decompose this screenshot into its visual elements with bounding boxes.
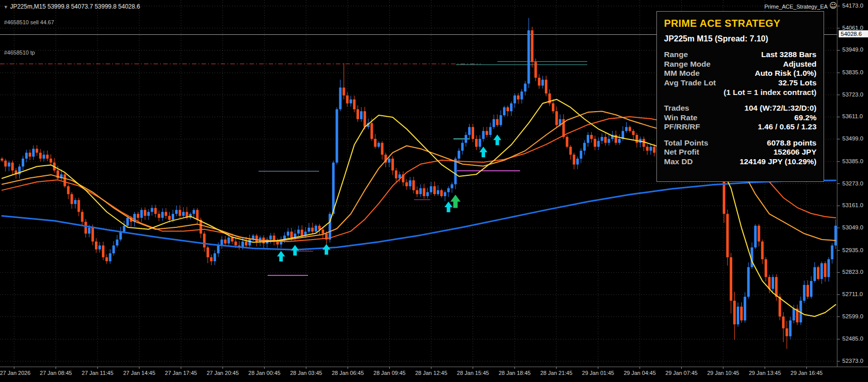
candle-body xyxy=(601,137,603,141)
candle-body xyxy=(779,297,781,316)
time-axis-label: 29 Jan 07:45 xyxy=(666,370,698,376)
stat-label: Trades xyxy=(664,104,689,113)
candle-body xyxy=(144,210,146,216)
candle-body xyxy=(468,127,471,135)
candle-body xyxy=(405,182,408,186)
candle-body xyxy=(437,190,439,194)
candle-body xyxy=(607,139,610,143)
stat-row: Max DD 124149 JPY (10.29%) xyxy=(664,157,816,167)
time-axis-label: 29 Jan 16:45 xyxy=(791,370,823,376)
candle-body xyxy=(192,210,195,214)
price-axis-label: 52823.0 xyxy=(842,269,863,275)
candle-body xyxy=(172,214,174,220)
candle-body xyxy=(322,229,324,233)
candle-body xyxy=(604,137,606,143)
candle-body xyxy=(308,228,310,232)
candle-body xyxy=(196,210,198,220)
candle-body xyxy=(77,200,80,212)
chart-title: ▼JP225m,M15 53999.8 54073.7 53999.8 5402… xyxy=(4,3,140,10)
candle-body xyxy=(528,30,530,83)
chart-symbol: JP225m,M15 xyxy=(10,3,46,10)
candle-body xyxy=(207,248,209,258)
candle-body xyxy=(119,231,122,240)
time-axis[interactable]: 27 Jan 202627 Jan 08:4527 Jan 11:4527 Ja… xyxy=(0,367,868,382)
candle-body xyxy=(538,78,540,86)
candle-body xyxy=(646,147,648,151)
candle-body xyxy=(42,155,45,159)
candle-body xyxy=(154,208,157,214)
stat-value: 69.2% xyxy=(794,113,816,123)
candle-body xyxy=(32,149,35,157)
candle-body xyxy=(39,153,41,159)
candle-body xyxy=(733,301,736,324)
stat-row: Total Points 6078.8 points xyxy=(664,138,816,148)
candle-body xyxy=(587,135,589,143)
stat-row: Range Last 3288 Bars xyxy=(664,50,816,60)
candle-body xyxy=(828,259,830,277)
candle-body xyxy=(576,159,579,165)
candle-body xyxy=(440,190,443,196)
candle-body xyxy=(84,222,87,233)
candle-body xyxy=(479,139,481,147)
time-axis-label: 27 Jan 14:45 xyxy=(123,370,156,376)
candle-body xyxy=(810,281,812,297)
candle-body xyxy=(744,297,746,320)
time-axis-label: 29 Jan 10:45 xyxy=(707,370,739,376)
candle-body xyxy=(332,163,335,214)
candle-body xyxy=(761,242,763,259)
price-axis-label: 52935.0 xyxy=(842,247,863,253)
candle-body xyxy=(831,246,833,259)
candle-body xyxy=(224,240,227,244)
candle-body xyxy=(217,246,220,254)
current-price-tag: 54028.6 xyxy=(839,30,868,37)
candle-body xyxy=(339,87,342,109)
stat-label: Net Profit xyxy=(664,148,699,157)
strong-buy-arrow-icon xyxy=(450,195,461,208)
candle-body xyxy=(629,127,631,131)
candle-body xyxy=(426,192,429,196)
chart-ohlc: 53999.8 54073.7 53999.8 54028.6 xyxy=(47,3,140,10)
candle-body xyxy=(590,135,593,139)
candle-body xyxy=(81,212,83,222)
candle-body xyxy=(67,186,70,195)
buy-arrow-icon xyxy=(322,244,330,255)
candle-body xyxy=(409,180,412,186)
stat-value: 6078.8 points xyxy=(767,138,816,148)
candle-body xyxy=(46,155,48,159)
stat-row: Win Rate 69.2% xyxy=(664,113,816,123)
candle-body xyxy=(768,277,771,289)
time-axis-label: 27 Jan 08:45 xyxy=(40,370,72,376)
candle-body xyxy=(444,192,446,196)
candle-body xyxy=(290,231,293,237)
ea-active-smiley-icon[interactable]: ☺ xyxy=(829,2,837,10)
buy-arrow-icon xyxy=(444,202,452,212)
time-axis-label: 29 Jan 01:45 xyxy=(582,370,615,376)
candle-body xyxy=(772,277,774,289)
candle-body xyxy=(11,163,14,171)
time-axis-label: 28 Jan 15:45 xyxy=(457,370,489,376)
price-axis[interactable]: 54173.054061.053949.053835.053723.053611… xyxy=(838,0,868,367)
panel-results-group: Total Points 6078.8 points Net Profit 15… xyxy=(664,138,816,167)
chart-collapse-icon[interactable]: ▼ xyxy=(4,5,8,10)
price-axis-label: 52599.0 xyxy=(842,313,863,319)
price-axis-label: 52485.0 xyxy=(842,336,863,342)
candle-body xyxy=(175,210,178,214)
time-axis-label: 27 Jan 2026 xyxy=(0,370,30,376)
candle-body xyxy=(391,159,394,170)
candle-body xyxy=(503,107,505,115)
candle-body xyxy=(486,131,488,135)
candle-body xyxy=(824,263,827,277)
candle-body xyxy=(545,80,547,93)
candle-body xyxy=(256,235,258,242)
candle-body xyxy=(451,184,453,188)
price-axis-label: 53385.0 xyxy=(842,158,863,164)
candle-body xyxy=(297,229,300,233)
candle-body xyxy=(618,139,621,143)
candle-body xyxy=(566,137,569,147)
stat-label: Total Points xyxy=(664,138,708,148)
candle-body xyxy=(782,316,785,328)
stat-label: Win Rate xyxy=(664,113,697,123)
candle-body xyxy=(126,218,129,226)
candle-body xyxy=(806,285,809,297)
candle-body xyxy=(91,228,94,242)
